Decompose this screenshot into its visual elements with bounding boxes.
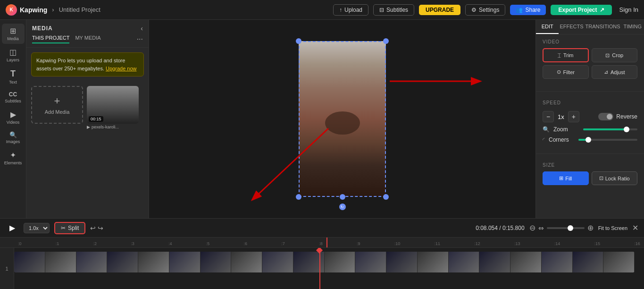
canvas-area[interactable]: ↻ <box>149 20 535 218</box>
sidebar-text-label: Text <box>9 80 17 85</box>
fit-screen-button[interactable]: Fit to Screen <box>598 225 627 231</box>
split-icon: ✂ <box>61 225 66 231</box>
tab-my-media[interactable]: MY MEDIA <box>75 35 100 43</box>
handle-bottom-right[interactable] <box>383 194 389 200</box>
handle-top-left[interactable] <box>296 38 301 44</box>
ruler-tick-7: :7 <box>281 241 285 246</box>
corners-thumb[interactable] <box>585 137 591 143</box>
add-media-button[interactable]: + Add Media <box>31 86 83 124</box>
sidebar-item-subtitles[interactable]: CC Subtitles <box>2 88 25 106</box>
crop-icon: ⊡ <box>605 52 610 59</box>
ruler-tick-13: :13 <box>514 241 520 246</box>
play-button[interactable]: ▶ <box>6 221 19 235</box>
ruler-tick-9: :9 <box>357 241 360 246</box>
collapse-button[interactable]: ‹ <box>141 25 143 32</box>
media-filename: ▶ pexels-karoli... <box>87 125 139 129</box>
split-button[interactable]: ✂ Split <box>54 222 85 234</box>
handle-bottom-middle[interactable] <box>340 194 345 200</box>
video-frame <box>299 41 386 197</box>
eye-area <box>325 111 360 135</box>
playback-speed-selector[interactable]: 1.0x 0.5x 1.5x 2.0x <box>24 223 50 233</box>
speed-increase-button[interactable]: + <box>568 111 579 122</box>
ruler-tick-0: :0 <box>18 241 22 246</box>
reverse-label: Reverse <box>616 113 637 120</box>
timeline-area: ▶ 1.0x 0.5x 1.5x 2.0x ✂ Split ↩ ↪ 0:08.0… <box>0 218 644 289</box>
share-button[interactable]: 👥 Share <box>510 5 546 15</box>
frame-4 <box>107 252 138 272</box>
add-media-plus-icon: + <box>54 95 60 107</box>
timeline-controls: ▶ 1.0x 0.5x 1.5x 2.0x ✂ Split ↩ ↪ 0:08.0… <box>0 219 644 238</box>
reverse-switch[interactable] <box>598 113 613 120</box>
zoom-track-timeline[interactable] <box>547 227 585 229</box>
media-thumbnail[interactable]: 00:15 <box>87 86 139 124</box>
speed-decrease-button[interactable]: − <box>543 111 554 122</box>
topbar: K Kapwing › Untitled Project ↑ Upload ⊟ … <box>0 0 644 20</box>
track-content[interactable] <box>14 248 644 289</box>
app-logo[interactable]: K Kapwing <box>6 4 47 16</box>
redo-button[interactable]: ↪ <box>98 224 103 232</box>
signin-button[interactable]: Sign In <box>619 6 638 13</box>
file-icon: ▶ <box>87 125 90 129</box>
fill-button[interactable]: ⊞ Fill <box>543 171 589 185</box>
tab-effects[interactable]: EFFECTS <box>559 20 584 34</box>
close-timeline-button[interactable]: ✕ <box>632 223 638 232</box>
tab-transitions[interactable]: TRANSITIONS <box>585 20 621 34</box>
sidebar-layers-label: Layers <box>7 58 19 62</box>
trim-button[interactable]: ⌶ Trim <box>543 48 589 62</box>
track-strip[interactable] <box>14 252 635 272</box>
export-button[interactable]: Export Project ↗ <box>551 5 611 15</box>
frame-13 <box>386 252 418 272</box>
right-panel-tabs: EDIT EFFECTS TRANSITIONS TIMING <box>536 20 644 34</box>
subtitles-button[interactable]: ⊟ Subtitles <box>373 4 414 16</box>
zoom-icon: 🔍 <box>543 126 550 133</box>
undo-button[interactable]: ↩ <box>90 224 96 232</box>
frame-2 <box>45 252 76 272</box>
sync-icon: ⇔ <box>538 224 544 232</box>
speed-section-title: SPEED <box>543 100 637 105</box>
corners-icon: ◜ <box>543 136 545 143</box>
reverse-toggle: Reverse <box>598 113 637 120</box>
tab-this-project[interactable]: THIS PROJECT <box>32 35 69 43</box>
handle-bottom-left[interactable] <box>296 194 301 200</box>
zoom-thumb[interactable] <box>624 127 629 132</box>
tab-edit[interactable]: EDIT <box>536 20 559 34</box>
trim-icon: ⌶ <box>558 52 561 58</box>
zoom-out-button[interactable]: ⊖ <box>529 223 535 232</box>
tab-timing[interactable]: TIMING <box>621 20 644 34</box>
add-media-label: Add Media <box>45 109 70 115</box>
lock-ratio-button[interactable]: ⊡ Lock Ratio <box>592 171 638 185</box>
zoom-slider-row: 🔍 Zoom <box>543 124 637 135</box>
sidebar-item-images[interactable]: 🔍 Images <box>2 128 25 147</box>
sidebar-item-elements[interactable]: ✦ Elements <box>2 148 25 168</box>
track-playhead <box>319 248 320 289</box>
speed-value: 1x <box>558 113 564 120</box>
filter-button[interactable]: ⊙ Filter <box>543 65 589 79</box>
fill-icon: ⊞ <box>559 175 563 181</box>
settings-button[interactable]: ⚙ Settings <box>465 4 505 16</box>
rotate-handle[interactable]: ↻ <box>339 204 346 210</box>
upgrade-button[interactable]: UPGRADE <box>419 5 460 15</box>
corners-track[interactable] <box>578 139 637 141</box>
sidebar-item-videos[interactable]: ▶ Videos <box>2 107 25 128</box>
zoom-thumb-timeline[interactable] <box>568 225 573 231</box>
ruler-tick-10: :10 <box>394 241 401 246</box>
handle-top-right[interactable] <box>383 38 389 44</box>
media-item[interactable]: 00:15 ▶ pexels-karoli... <box>87 86 139 129</box>
upload-button[interactable]: ↑ Upload <box>333 4 368 16</box>
left-sidebar: ⊞ Media ◫ Layers T Text CC Subtitles ▶ V… <box>0 20 26 218</box>
media-panel: MEDIA ‹ THIS PROJECT MY MEDIA ··· Kapwin… <box>26 20 149 218</box>
export-icon: ↗ <box>600 7 604 13</box>
sidebar-item-media[interactable]: ⊞ Media <box>2 24 25 44</box>
crop-button[interactable]: ⊡ Crop <box>592 48 638 62</box>
zoom-track[interactable] <box>583 128 637 130</box>
frame-3 <box>76 252 108 272</box>
sidebar-item-layers[interactable]: ◫ Layers <box>2 45 25 65</box>
zoom-in-button[interactable]: ⊕ <box>587 223 594 232</box>
media-more-icon[interactable]: ··· <box>137 35 143 43</box>
promo-link[interactable]: Upgrade now <box>106 66 136 71</box>
elements-icon: ✦ <box>10 151 16 160</box>
adjust-button[interactable]: ⊿ Adjust <box>592 65 638 79</box>
ruler-tick-2: :2 <box>93 241 97 246</box>
sidebar-elements-label: Elements <box>4 161 22 165</box>
sidebar-item-text[interactable]: T Text <box>2 66 25 87</box>
